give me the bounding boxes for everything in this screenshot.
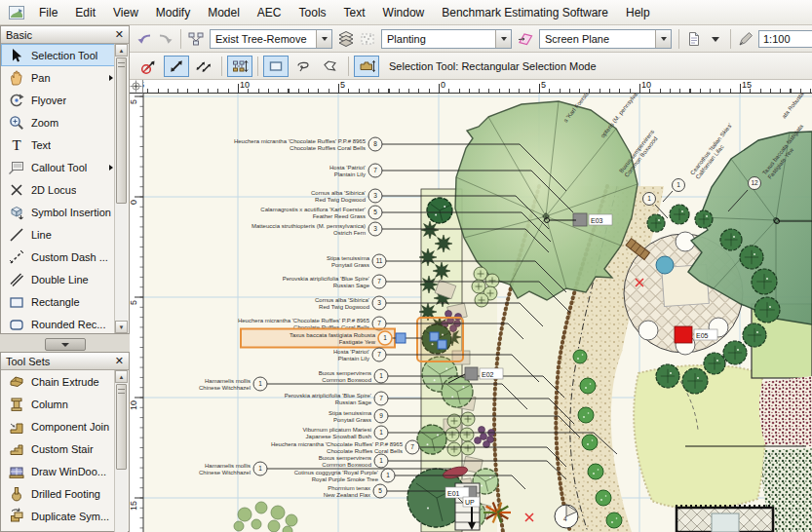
basic-item-pan[interactable]: Pan bbox=[1, 66, 117, 89]
common-name: Ponytail Grass bbox=[333, 417, 371, 423]
menu-benchmark-estimating-software[interactable]: Benchmark Estimating Software bbox=[433, 2, 617, 23]
marker-e03[interactable]: E03 bbox=[573, 213, 612, 226]
basic-item-zoom[interactable]: Zoom bbox=[1, 111, 117, 133]
callout-icon bbox=[5, 158, 28, 177]
menu-file[interactable]: File bbox=[30, 2, 66, 23]
toolset-item-draw-windoo[interactable]: Draw WinDoo... bbox=[1, 460, 117, 482]
basic-scrollbar[interactable]: ▲ ▼ bbox=[114, 44, 128, 333]
scrollbar-thumb[interactable] bbox=[116, 57, 127, 204]
tool-sets-scrollbar[interactable]: ▲ bbox=[114, 370, 128, 532]
menu-tools[interactable]: Tools bbox=[290, 2, 335, 23]
palette-expand-button[interactable] bbox=[45, 338, 86, 351]
chevron-down-icon[interactable] bbox=[495, 30, 511, 48]
basic-item-custom-dash[interactable]: Custom Dash ... bbox=[1, 246, 117, 268]
scale-field[interactable]: 1:100 bbox=[758, 30, 812, 48]
layers-icon[interactable] bbox=[335, 28, 357, 50]
scroll-up-icon[interactable]: ▲ bbox=[115, 44, 128, 57]
saved-views-icon[interactable] bbox=[185, 28, 207, 50]
horizontal-ruler: 5105051015 bbox=[130, 80, 812, 94]
plant-qty: 11 bbox=[376, 257, 383, 264]
layer-options-icon[interactable] bbox=[357, 28, 378, 50]
back-arrow[interactable] bbox=[134, 28, 155, 50]
basic-item-flyover[interactable]: Flyover bbox=[1, 89, 117, 111]
basic-item-2d-locus[interactable]: 2D Locus bbox=[1, 178, 117, 201]
basic-palette-title[interactable]: Basic ✕ bbox=[1, 26, 129, 44]
scroll-up-icon[interactable]: ▲ bbox=[115, 370, 128, 383]
drawing-canvas[interactable]: 5051015 bbox=[130, 94, 812, 532]
plant-qty: 5 bbox=[373, 209, 377, 215]
basic-item-rectangle[interactable]: Rectangle bbox=[1, 290, 117, 313]
arrow-disabled-icon[interactable] bbox=[136, 56, 162, 77]
chevron-down-icon[interactable] bbox=[655, 30, 671, 48]
menu-aec[interactable]: AEC bbox=[249, 2, 290, 23]
menu-view[interactable]: View bbox=[104, 2, 147, 23]
scroll-down-icon[interactable]: ▼ bbox=[115, 321, 128, 333]
toolset-item-drilled-footing[interactable]: Drilled Footing bbox=[1, 482, 117, 505]
column-icon bbox=[5, 395, 28, 414]
separator bbox=[348, 57, 349, 76]
basic-item-double-line[interactable]: Double Line bbox=[1, 268, 117, 290]
line-icon bbox=[5, 225, 28, 245]
lasso-icon[interactable] bbox=[290, 56, 316, 77]
botanical-name: Phormium tenax bbox=[328, 485, 370, 491]
toolset-item-column[interactable]: Column bbox=[1, 393, 117, 415]
menu-help[interactable]: Help bbox=[617, 2, 659, 23]
menu-text[interactable]: Text bbox=[335, 2, 374, 23]
interactive-scale-icon[interactable] bbox=[164, 56, 189, 77]
basic-item-rounded-rec[interactable]: Rounded Rec... bbox=[1, 313, 117, 335]
common-name: Ostrich Fern bbox=[333, 230, 366, 236]
forward-arrow[interactable] bbox=[155, 28, 176, 50]
zoom-icon bbox=[5, 113, 28, 133]
layer-combo[interactable]: Exist Tree-Remove bbox=[210, 29, 332, 49]
basic-item-selection-tool[interactable]: Selection Tool bbox=[1, 44, 117, 66]
close-icon[interactable]: ✕ bbox=[115, 29, 124, 40]
marker-label: E01 bbox=[447, 490, 460, 497]
tool-label: Chain Extrude bbox=[31, 376, 99, 388]
menu-modify[interactable]: Modify bbox=[147, 2, 199, 23]
selection-handle[interactable] bbox=[396, 333, 406, 343]
selection-handle[interactable] bbox=[438, 340, 446, 349]
plane-combo[interactable]: Screen Plane bbox=[539, 29, 672, 49]
basic-item-text[interactable]: TText bbox=[1, 133, 117, 156]
toolset-item-chain-extrude[interactable]: Chain Extrude bbox=[1, 370, 117, 393]
symbol-icon bbox=[5, 203, 28, 222]
class-combo[interactable]: Planting bbox=[381, 29, 512, 49]
toolset-item-duplicate-sym[interactable]: Duplicate Sym... bbox=[1, 505, 117, 527]
window-icon bbox=[5, 462, 28, 481]
view-bar: Exist Tree-RemovePlantingScreen Plane1:1… bbox=[130, 25, 812, 53]
ruler-origin-icon[interactable] bbox=[130, 80, 143, 94]
footing-icon bbox=[5, 484, 28, 504]
tool-label: Text bbox=[31, 139, 51, 151]
marquee-rect-icon[interactable] bbox=[263, 56, 289, 77]
wall-mode-icon[interactable] bbox=[354, 56, 379, 77]
scrollbar-thumb[interactable] bbox=[116, 384, 127, 470]
basic-item-symbol-insertion[interactable]: Symbol Insertion bbox=[1, 201, 117, 223]
basic-item-line[interactable]: Line bbox=[1, 223, 117, 246]
sheet-dropdown-icon[interactable] bbox=[705, 28, 726, 50]
sidebar: Basic ✕ Selection ToolPanFlyoverZoomTTex… bbox=[0, 25, 130, 532]
plant-qty: 7 bbox=[377, 320, 381, 326]
toolset-item-component-join[interactable]: Component Join bbox=[1, 415, 117, 437]
cage-edit-icon[interactable] bbox=[227, 56, 252, 77]
pen-icon[interactable] bbox=[735, 28, 756, 50]
plant-qty: 5 bbox=[378, 487, 382, 494]
join-icon bbox=[5, 417, 28, 437]
sheet-icon[interactable] bbox=[683, 28, 705, 50]
close-icon[interactable]: ✕ bbox=[115, 356, 124, 366]
plant-label[interactable]: Taxus baccata fastigiata RobustaFastigat… bbox=[241, 329, 422, 348]
chevron-down-icon[interactable] bbox=[316, 30, 331, 48]
toolset-item-custom-stair[interactable]: Custom Stair bbox=[1, 437, 117, 460]
tool-sets-palette-title[interactable]: Tool Sets ✕ bbox=[1, 353, 129, 370]
basic-item-callout-tool[interactable]: Callout Tool bbox=[1, 156, 117, 178]
polygon-lasso-icon[interactable] bbox=[318, 56, 343, 77]
interactive-scale-dual-icon[interactable] bbox=[191, 56, 216, 77]
common-name: Japanese Snowball Bush bbox=[306, 434, 371, 439]
menu-edit[interactable]: Edit bbox=[66, 2, 104, 23]
menu-window[interactable]: Window bbox=[374, 2, 434, 23]
dupe-icon bbox=[5, 507, 28, 526]
menu-model[interactable]: Model bbox=[199, 2, 249, 23]
ruler-label: 5 bbox=[130, 99, 138, 104]
tool-label: Flyover bbox=[31, 95, 66, 106]
working-plane-icon[interactable] bbox=[515, 28, 536, 50]
marker-e02[interactable]: E02 bbox=[465, 367, 503, 380]
